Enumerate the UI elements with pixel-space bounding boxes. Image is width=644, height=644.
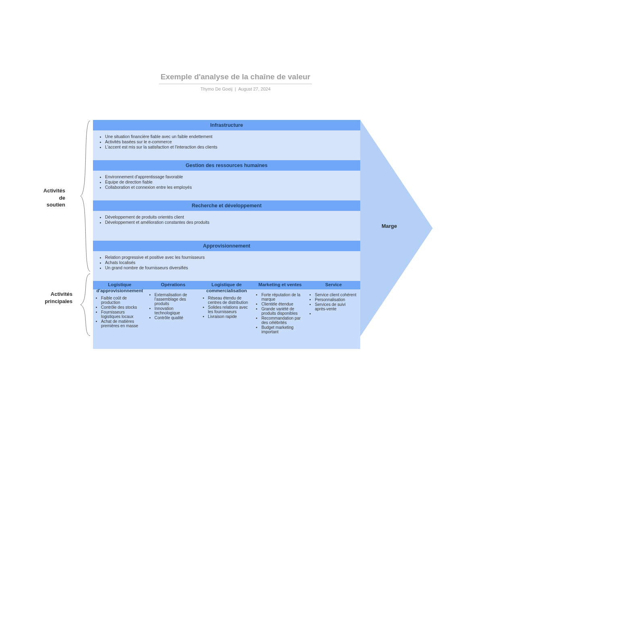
diagram-canvas: Exemple d'analyse de la chaîne de valeur… <box>0 0 483 483</box>
primary-item: Services de suivi après-vente <box>315 302 358 311</box>
primary-column: Logistiqued'approvisionnementFaible coût… <box>93 281 147 349</box>
primary-item: Achat de matières premières en masse <box>101 319 144 328</box>
support-section-header: Gestion des ressources humaines <box>93 160 360 171</box>
diagram-subtitle: Thymo De Goeij | August 27, 2024 <box>159 87 312 91</box>
primary-column-body: d'approvisionnementFaible coût de produc… <box>93 289 147 349</box>
support-item: Développement de produits orientés clien… <box>105 215 355 219</box>
primary-column-header-overflow: commercialisation <box>200 288 254 293</box>
primary-item: Service client cohérent <box>315 293 358 297</box>
support-item: L'accent est mis sur la satisfaction et … <box>105 144 355 149</box>
primary-item: Innovation technologique <box>155 306 198 315</box>
primary-column-body: commercialisationRéseau étendu de centre… <box>200 289 254 349</box>
primary-column: OpérationsExternalisation de l'assemblag… <box>147 281 200 349</box>
primary-item: Budget marketing important <box>261 325 304 334</box>
primary-item: Contrôle des stocks <box>101 305 144 310</box>
primary-item: Livraison rapide <box>208 314 251 319</box>
primary-item: Contrôle qualité <box>155 316 198 320</box>
primary-item: Externalisation de l'assemblage des prod… <box>155 293 198 306</box>
primary-column-header: Service <box>307 281 360 289</box>
author-name: Thymo De Goeij <box>200 87 232 91</box>
primary-item: Faible coût de production <box>101 296 144 305</box>
primary-column: Logistique decommercialisationRéseau éte… <box>200 281 254 349</box>
title-block: Exemple d'analyse de la chaîne de valeur… <box>159 72 312 91</box>
primary-column: Marketing et ventesForte réputation de l… <box>253 281 307 349</box>
primary-item: Personnalisation <box>315 297 358 302</box>
support-item: Relation progressive et positive avec le… <box>105 255 355 260</box>
primary-column-header: Marketing et ventes <box>253 281 307 289</box>
primary-column-body: Externalisation de l'assemblage des prod… <box>147 289 200 349</box>
margin-label: Marge <box>382 223 397 229</box>
primary-item: Clientèle étendue <box>261 302 304 306</box>
primary-column: ServiceService client cohérentPersonnali… <box>307 281 360 349</box>
primary-brace <box>80 273 91 336</box>
primary-column-body: Forte réputation de la marqueClientèle é… <box>253 289 307 349</box>
support-item: Achats localisés <box>105 260 355 265</box>
diagram-date: August 27, 2024 <box>238 87 270 91</box>
support-item: Environnement d'apprentissage favorable <box>105 174 355 179</box>
diagram-title: Exemple d'analyse de la chaîne de valeur <box>159 72 312 84</box>
primary-item: Recommandation par des célébrités <box>261 316 304 325</box>
primary-item <box>315 312 358 316</box>
support-brace <box>80 120 91 272</box>
support-section-header: Infrastructure <box>93 120 360 130</box>
primary-column-header-overflow: d'approvisionnement <box>93 288 147 293</box>
primary-item: Solides relations avec les fournisseurs <box>208 305 251 314</box>
support-section-body: Une situation financière fiable avec un … <box>93 130 360 160</box>
support-section-body: Développement de produits orientés clien… <box>93 211 360 241</box>
support-section-body: Environnement d'apprentissage favorableÉ… <box>93 171 360 200</box>
support-item: Collaboration et connexion entre les emp… <box>105 185 355 190</box>
primary-item: Grande variété de produits disponibles <box>261 307 304 316</box>
support-item: Une situation financière fiable avec un … <box>105 134 355 139</box>
support-section-header: Approvisionnement <box>93 241 360 251</box>
support-item: Développement et amélioration constantes… <box>105 220 355 225</box>
value-chain-body: InfrastructureUne situation financière f… <box>93 120 360 349</box>
primary-item: Réseau étendu de centres de distribution <box>208 296 251 305</box>
primary-item: Forte réputation de la marque <box>261 293 304 301</box>
primary-column-header: Opérations <box>147 281 200 289</box>
support-item: Activités basées sur le e-commerce <box>105 139 355 144</box>
support-section-header: Recherche et développement <box>93 200 360 211</box>
primary-activities-label: Activitésprincipales <box>37 291 72 305</box>
support-item: Un grand nombre de fournisseurs diversif… <box>105 265 355 270</box>
support-activities-label: Activitésdesoutien <box>37 187 65 208</box>
support-item: Équipe de direction fiable <box>105 180 355 184</box>
support-section-body: Relation progressive et positive avec le… <box>93 251 360 281</box>
primary-column-body: Service client cohérentPersonnalisationS… <box>307 289 360 349</box>
primary-item: Fournisseurs logistiques locaux <box>101 310 144 319</box>
